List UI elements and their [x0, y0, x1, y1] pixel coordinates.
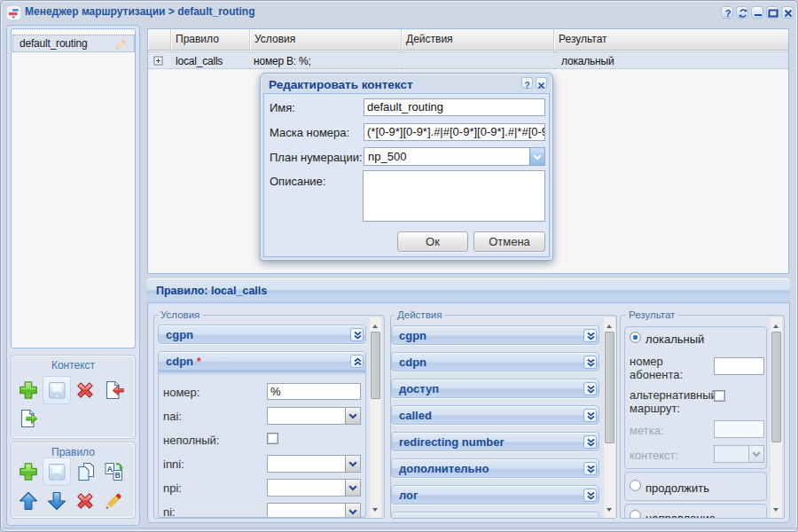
svg-text:?: ? — [725, 8, 732, 19]
svg-text:?: ? — [524, 81, 529, 90]
